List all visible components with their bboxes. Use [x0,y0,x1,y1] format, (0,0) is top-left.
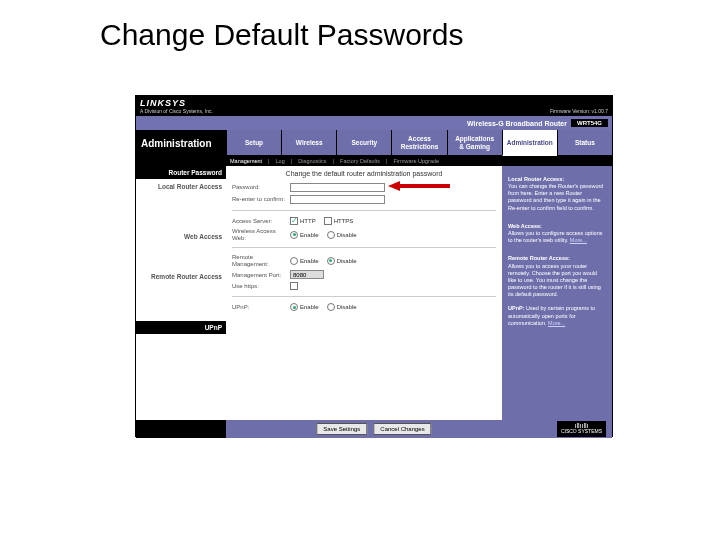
upnp-enable-radio[interactable] [290,303,298,311]
http-label: HTTP [300,218,316,224]
remote-mgmt-label: Remote Management: [232,254,290,267]
help-more-link-1[interactable]: More... [570,237,587,243]
instruction-text: Change the default router administration… [232,166,496,183]
use-https-label: Use https: [232,283,290,290]
cisco-logo: ıllııllı CISCO SYSTEMS [557,421,606,436]
use-https-checkbox[interactable] [290,282,298,290]
heading-web-access: Web Access [136,229,226,243]
disable-label-1: Disable [337,232,357,238]
http-checkbox[interactable] [290,217,298,225]
remote-enable-radio[interactable] [290,257,298,265]
cisco-text: CISCO SYSTEMS [561,429,602,435]
firmware-version: Firmware Version: v1.00.7 [550,108,608,114]
heading-upnp: UPnP [136,321,226,334]
help-more-link-2[interactable]: More... [548,320,565,326]
tabs: Setup Wireless Security Access Restricti… [226,130,612,156]
subtab-spacer [136,156,226,166]
cancel-changes-button[interactable]: Cancel Changes [373,423,431,435]
enable-label-2: Enable [300,258,319,264]
help-title-1: Local Router Access: [508,176,606,183]
footer-left-black [136,420,226,438]
section-label: Administration [136,130,226,156]
help-title-4: UPnP: [508,305,525,311]
access-server-label: Access Server: [232,218,290,225]
password-label: Password: [232,184,290,191]
tab-setup[interactable]: Setup [226,130,281,156]
heading-local-access: Local Router Access [136,179,226,193]
upnp-label: UPnP: [232,304,290,311]
https-label: HTTPS [334,218,354,224]
product-name: Wireless-G Broadband Router [467,120,567,127]
save-settings-button[interactable]: Save Settings [316,423,367,435]
wireless-web-label: Wireless Access Web: [232,228,290,241]
main-area: Router Password Local Router Access Web … [136,166,612,420]
heading-router-password: Router Password [136,166,226,179]
tab-wireless[interactable]: Wireless [281,130,336,156]
model-number: WRT54G [571,119,608,127]
subtab-factory-defaults[interactable]: Factory Defaults [340,158,380,164]
wireless-web-disable-radio[interactable] [327,231,335,239]
brand-bar: LINKSYS A Division of Cisco Systems, Inc… [136,96,612,116]
tab-security[interactable]: Security [336,130,391,156]
tab-applications-gaming[interactable]: Applications & Gaming [447,130,502,156]
tab-administration[interactable]: Administration [502,130,557,156]
product-bar: Wireless-G Broadband Router WRT54G [136,116,612,130]
wireless-web-enable-radio[interactable] [290,231,298,239]
brand-left: LINKSYS A Division of Cisco Systems, Inc… [140,98,213,114]
subtab-management[interactable]: Management [230,158,262,164]
help-text-3: Allows you to access your router remotel… [508,263,606,299]
brand-logo: LINKSYS [140,98,213,108]
password-field[interactable] [290,183,385,192]
subtabs: Management | Log | Diagnostics | Factory… [226,156,612,166]
center-column: Change the default router administration… [226,166,502,420]
mgmt-port-label: Management Port: [232,272,290,279]
confirm-label: Re-enter to confirm: [232,196,290,203]
tab-status[interactable]: Status [557,130,612,156]
footer-bar: Save Settings Cancel Changes ıllııllı CI… [136,420,612,438]
help-title-3: Remote Router Access: [508,255,606,262]
subtab-diagnostics[interactable]: Diagnostics [298,158,326,164]
help-text-1: You can change the Router's password fro… [508,183,606,212]
brand-sub: A Division of Cisco Systems, Inc. [140,108,213,114]
confirm-password-field[interactable] [290,195,385,204]
subtab-log[interactable]: Log [276,158,285,164]
slide-title: Change Default Passwords [0,0,720,52]
disable-label-2: Disable [337,258,357,264]
https-checkbox[interactable] [324,217,332,225]
subtab-firmware-upgrade[interactable]: Firmware Upgrade [394,158,440,164]
help-title-2: Web Access: [508,223,606,230]
enable-label-3: Enable [300,304,319,310]
router-admin-ui: LINKSYS A Division of Cisco Systems, Inc… [135,95,613,437]
disable-label-3: Disable [337,304,357,310]
tab-row: Administration Setup Wireless Security A… [136,130,612,156]
enable-label-1: Enable [300,232,319,238]
subtab-row: Management | Log | Diagnostics | Factory… [136,156,612,166]
help-text-2: Allows you to configure access options t… [508,230,602,243]
left-column: Router Password Local Router Access Web … [136,166,226,420]
tab-access-restrictions[interactable]: Access Restrictions [391,130,446,156]
help-panel: Local Router Access: You can change the … [502,166,612,420]
upnp-disable-radio[interactable] [327,303,335,311]
remote-disable-radio[interactable] [327,257,335,265]
heading-remote-access: Remote Router Access [136,269,226,283]
mgmt-port-field[interactable] [290,270,324,279]
callout-arrow-icon [388,182,450,190]
